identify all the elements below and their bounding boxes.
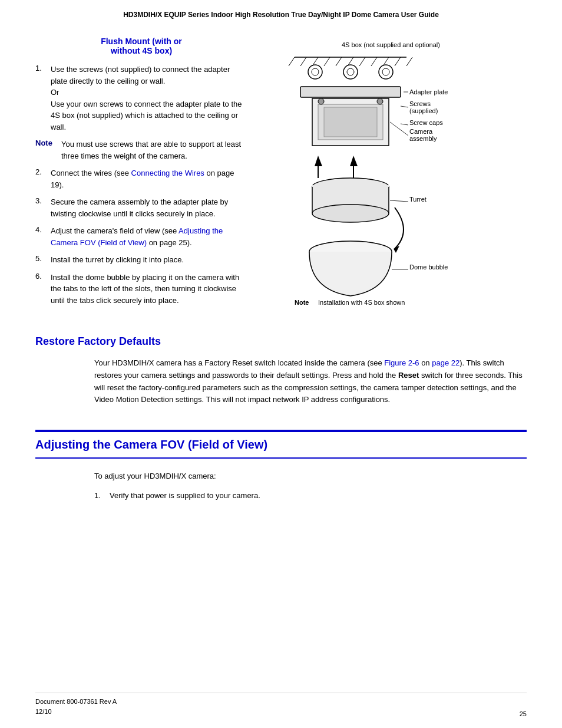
svg-text:Screws: Screws [409,100,431,107]
figure-link[interactable]: Figure 2-6 [384,358,419,367]
step-num: 1. [35,64,47,133]
step-3: 3. Secure the camera assembly to the ada… [35,196,247,219]
step-num: 5. [35,254,47,266]
svg-line-5 [336,57,342,66]
svg-line-2 [300,57,306,66]
step-5: 5. Install the turret by clicking it int… [35,254,247,266]
note-label: Note [35,139,58,162]
svg-point-40 [312,205,389,222]
restore-body: Your HD3MDIH/X camera has a Factory Rese… [94,357,527,406]
restore-title: Restore Factory Defaults [35,335,527,348]
step-2: 2. Connect the wires (see Connecting the… [35,167,247,190]
svg-point-32 [318,98,324,104]
installation-diagram: 4S box (not supplied and optional) [259,37,459,308]
header-title: HD3MDIH/X EQUIP Series Indoor High Resol… [123,11,439,19]
flush-mount-title: Flush Mount (with or without 4S box) [35,37,247,55]
svg-line-4 [324,57,330,66]
adjusting-fov-link[interactable]: Adjusting the Camera FOV (Field of View) [51,226,223,247]
svg-text:Adapter plate: Adapter plate [409,88,448,95]
step-6: 6. Install the dome bubble by placing it… [35,272,247,307]
footer-doc-label: Document 800-07361 Rev A [35,697,117,707]
page-link[interactable]: page 22 [432,358,459,367]
svg-text:Note: Note [295,299,309,306]
svg-rect-28 [324,107,377,137]
step-text: Connect the wires (see Connecting the Wi… [51,167,247,190]
flush-mount-text-column: Flush Mount (with or without 4S box) 1. … [35,37,247,312]
restore-text: Your HD3MDIH/X camera has a Factory Rese… [94,357,527,406]
note-text: You must use screws that are able to sup… [61,139,247,162]
4s-box-label: 4S box (not supplied and optional) [342,41,440,48]
svg-marker-36 [350,156,358,166]
footer-doc-info: Document 800-07361 Rev A 12/10 [35,697,117,717]
svg-text:Screw caps: Screw caps [409,119,443,126]
svg-text:Turret: Turret [409,196,427,203]
svg-line-25 [401,124,408,125]
step-text: Install the dome bubble by placing it on… [51,272,247,307]
svg-line-23 [401,106,408,107]
page: HD3MDIH/X EQUIP Series Indoor High Resol… [0,0,562,728]
svg-marker-34 [315,156,322,166]
svg-text:Dome bubble: Dome bubble [409,263,448,271]
fov-section: Adjusting the Camera FOV (Field of View) [35,431,527,459]
note-block: Note You must use screws that are able t… [35,139,247,162]
main-content: Flush Mount (with or without 4S box) 1. … [0,25,562,520]
svg-text:assembly: assembly [409,135,437,142]
page-footer: Document 800-07361 Rev A 12/10 25 [35,693,527,717]
step-4: 4. Adjust the camera's field of view (se… [35,225,247,248]
step-num: 2. [35,167,47,190]
svg-line-1 [289,57,295,66]
svg-line-7 [359,57,365,66]
fov-step-1: 1. Verify that power is supplied to your… [94,490,527,502]
svg-point-13 [312,68,319,75]
footer-page-num: 25 [520,710,527,717]
step-text: Adjust the camera's field of view (see A… [51,225,247,248]
svg-point-16 [379,65,393,79]
step-text: Secure the camera assembly to the adapte… [51,196,247,219]
step-text: Verify that power is supplied to your ca… [110,490,260,502]
svg-point-15 [347,68,354,75]
fov-body: To adjust your HD3MDIH/X camera: 1. Veri… [94,470,527,502]
step-num: 3. [35,196,47,219]
svg-point-14 [343,65,358,79]
svg-line-44 [390,200,408,202]
step-text: Use the screws (not supplied) to connect… [51,64,247,133]
svg-line-31 [390,122,408,136]
svg-text:Camera: Camera [409,128,433,135]
step-num: 6. [35,272,47,307]
fov-title: Adjusting the Camera FOV (Field of View) [35,438,527,452]
step-num: 4. [35,225,47,248]
svg-text:(supplied): (supplied) [409,107,438,114]
restore-section: Restore Factory Defaults Your HD3MDIH/X … [35,330,527,406]
svg-line-8 [371,57,377,66]
fov-intro: To adjust your HD3MDIH/X camera: [94,470,527,483]
step-1: 1. Use the screws (not supplied) to conn… [35,64,247,133]
page-header: HD3MDIH/X EQUIP Series Indoor High Resol… [0,0,562,25]
svg-point-33 [377,98,383,104]
step-num: 1. [94,490,106,502]
flush-mount-section: Flush Mount (with or without 4S box) 1. … [35,37,527,312]
footer-date: 12/10 [35,707,117,717]
svg-point-12 [308,65,322,79]
svg-line-10 [395,57,401,66]
svg-text:Installation with 4S box shown: Installation with 4S box shown [318,299,405,306]
svg-rect-18 [300,87,401,97]
step-text: Install the turret by clicking it into p… [51,254,184,266]
svg-point-17 [382,68,389,75]
svg-line-11 [406,57,412,66]
flush-mount-diagram: 4S box (not supplied and optional) [259,37,527,312]
connecting-wires-link[interactable]: Connecting the Wires [131,169,204,177]
